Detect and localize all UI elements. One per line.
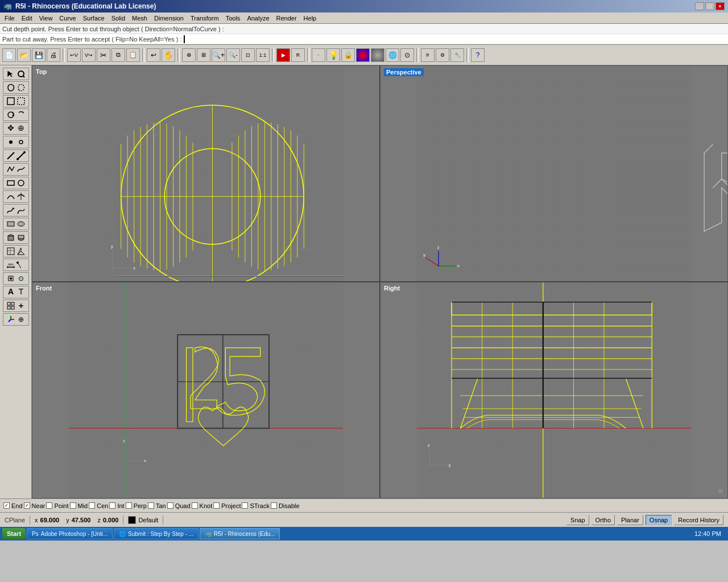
maximize-button[interactable]: □ xyxy=(705,2,714,10)
toolbar-zoom-sel[interactable]: ⊡ xyxy=(241,48,255,62)
menu-dimension[interactable]: Dimension xyxy=(151,14,187,23)
snap-int[interactable]: Int xyxy=(109,502,124,509)
toolbar-render[interactable]: R xyxy=(291,48,305,62)
snap-near-checkbox[interactable] xyxy=(24,502,30,509)
toolbar-pan[interactable]: ✋ xyxy=(162,48,175,62)
tool-extra[interactable] xyxy=(3,300,29,312)
toolbar-zoom-out[interactable]: 🔍- xyxy=(226,48,240,62)
ortho-button[interactable]: Ortho xyxy=(592,515,615,525)
toolbar-texture[interactable]: 🌐 xyxy=(386,48,399,62)
toolbar-point[interactable]: · xyxy=(312,48,325,62)
snap-perp-checkbox[interactable] xyxy=(126,502,132,509)
menu-render[interactable]: Render xyxy=(273,14,300,23)
menu-edit[interactable]: Edit xyxy=(18,14,36,23)
tool-freeform[interactable] xyxy=(3,204,29,217)
toolbar-redo-view[interactable]: V↪ xyxy=(82,48,96,62)
snap-project-checkbox[interactable] xyxy=(213,502,220,509)
osnap-button[interactable]: Osnap xyxy=(646,515,672,525)
tool-line[interactable] xyxy=(3,149,29,162)
tool-select-arrow[interactable] xyxy=(3,68,29,80)
snap-tan[interactable]: Tan xyxy=(148,502,166,509)
tool-transform-scale[interactable]: ⊙ xyxy=(3,272,29,285)
menu-transform[interactable]: Transform xyxy=(187,14,222,23)
tool-rect[interactable] xyxy=(3,177,29,189)
snap-quad[interactable]: Quad xyxy=(167,502,191,509)
planar-button[interactable]: Planar xyxy=(617,515,643,525)
start-button[interactable]: Start xyxy=(2,528,26,539)
menu-analyze[interactable]: Analyze xyxy=(243,14,272,23)
viewport-front[interactable]: x z xyxy=(32,282,380,498)
snap-cen[interactable]: Cen xyxy=(89,502,108,509)
toolbar-undo[interactable]: ↩ xyxy=(147,48,160,62)
tool-gumball[interactable]: ⊕ xyxy=(3,313,29,326)
snap-end[interactable]: End xyxy=(3,502,23,509)
toolbar-zoom-1to1[interactable]: 1:1 xyxy=(256,48,270,62)
snap-knot[interactable]: Knot xyxy=(192,502,213,509)
tool-lasso[interactable] xyxy=(3,81,29,94)
tool-text[interactable]: A T xyxy=(3,286,29,298)
menu-view[interactable]: View xyxy=(36,14,56,23)
toolbar-color[interactable] xyxy=(356,48,370,62)
taskbar-submit[interactable]: 🌐 Submit : Step By Step - ... xyxy=(114,528,198,539)
menu-curve[interactable]: Curve xyxy=(56,14,79,23)
snap-cen-checkbox[interactable] xyxy=(89,502,95,509)
menu-tools[interactable]: Tools xyxy=(222,14,244,23)
menu-help[interactable]: Help xyxy=(300,14,320,23)
command-line-2[interactable]: Part to cut away. Press Enter to accept … xyxy=(0,34,728,44)
toolbar-obj-prop[interactable]: ⊙ xyxy=(400,48,414,62)
tool-dimension[interactable]: dim xyxy=(3,259,29,271)
toolbar-cut[interactable]: ✂ xyxy=(97,48,110,62)
tool-solid[interactable] xyxy=(3,231,29,244)
snap-tan-checkbox[interactable] xyxy=(148,502,154,509)
viewport-perspective[interactable]: x y z xyxy=(380,65,728,282)
snap-disable-checkbox[interactable] xyxy=(271,502,277,509)
toolbar-zoom-in[interactable]: 🔍+ xyxy=(212,48,225,62)
tool-pan-view[interactable]: ✥ ⊕ xyxy=(3,122,29,135)
toolbar-material[interactable] xyxy=(371,48,384,62)
menu-solid[interactable]: Solid xyxy=(108,14,129,23)
record-history-button[interactable]: Record History xyxy=(674,515,723,525)
viewport-top[interactable]: x y xyxy=(32,65,380,282)
close-button[interactable]: × xyxy=(715,2,725,10)
toolbar-undo-view[interactable]: ↩V xyxy=(67,48,81,62)
toolbar-help[interactable]: ? xyxy=(471,48,485,62)
toolbar-zoom-ext[interactable]: ⊕ xyxy=(182,48,196,62)
snap-perp[interactable]: Perp xyxy=(126,502,147,509)
snap-strack[interactable]: STrack xyxy=(242,502,269,509)
snap-near[interactable]: Near xyxy=(24,502,46,509)
toolbar-print[interactable]: 🖨 xyxy=(47,48,60,62)
snap-knot-checkbox[interactable] xyxy=(192,502,198,509)
snap-strack-checkbox[interactable] xyxy=(242,502,248,509)
minimize-button[interactable]: _ xyxy=(695,2,704,10)
toolbar-save[interactable]: 💾 xyxy=(32,48,46,62)
toolbar-plugin2[interactable]: 🔧 xyxy=(450,48,464,62)
snap-int-checkbox[interactable] xyxy=(109,502,115,509)
snap-mid-checkbox[interactable] xyxy=(70,502,76,509)
toolbar-plugins[interactable]: ⚙ xyxy=(436,48,449,62)
toolbar-new[interactable]: 📄 xyxy=(2,48,16,62)
snap-mid[interactable]: Mid xyxy=(70,502,88,509)
snap-end-checkbox[interactable] xyxy=(3,502,10,509)
snap-point[interactable]: Point xyxy=(46,502,68,509)
taskbar-photoshop[interactable]: Ps Adobe Photoshop - [Unti... xyxy=(27,528,113,539)
tool-mesh[interactable] xyxy=(3,245,29,257)
menu-file[interactable]: File xyxy=(1,14,18,23)
snap-project[interactable]: Project xyxy=(213,502,241,509)
toolbar-zoom-win[interactable]: ⊞ xyxy=(197,48,210,62)
toolbar-open[interactable]: 📂 xyxy=(17,48,31,62)
tool-select-window[interactable] xyxy=(3,95,29,107)
snap-quad-checkbox[interactable] xyxy=(167,502,173,509)
menu-surface[interactable]: Surface xyxy=(80,14,108,23)
toolbar-layer[interactable]: ≡ xyxy=(421,48,435,62)
toolbar-light[interactable]: 💡 xyxy=(326,48,340,62)
snap-button[interactable]: Snap xyxy=(566,515,589,525)
viewport-right[interactable]: y z xyxy=(380,282,728,498)
menu-mesh[interactable]: Mesh xyxy=(129,14,151,23)
toolbar-render-preview[interactable]: ▶ xyxy=(276,48,290,62)
toolbar-lock[interactable]: 🔒 xyxy=(341,48,355,62)
tool-arc[interactable] xyxy=(3,190,29,203)
tool-surface[interactable] xyxy=(3,218,29,230)
taskbar-rhino[interactable]: 🦏 R5I - Rhinoceros (Edu... xyxy=(200,528,280,539)
snap-disable[interactable]: Disable xyxy=(271,502,300,509)
toolbar-copy[interactable]: ⧉ xyxy=(111,48,125,62)
